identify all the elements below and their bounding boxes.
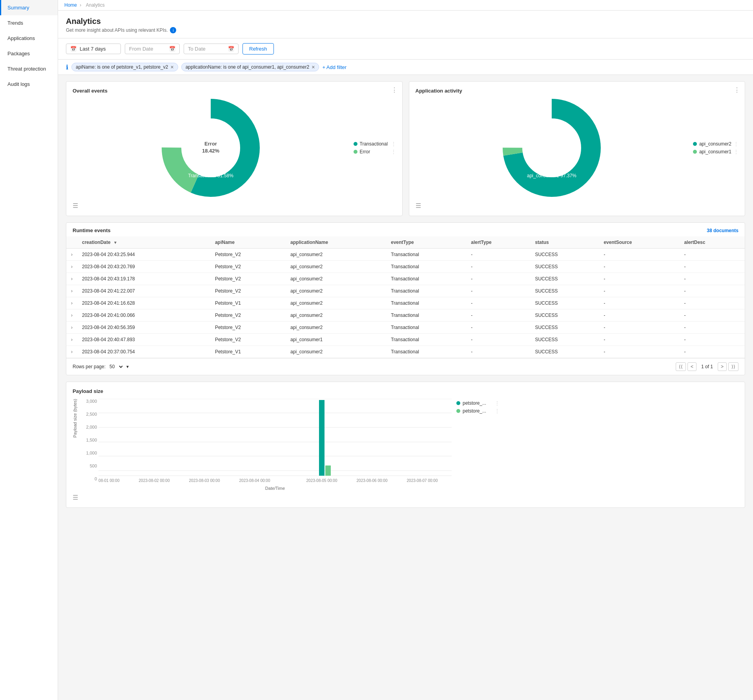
legend-dot-consumer1 [693, 150, 697, 154]
page-subtitle: Get more insight about APIs using releva… [66, 27, 745, 33]
overall-events-title: Overall events [73, 88, 396, 94]
row-expander[interactable]: › [66, 334, 77, 346]
legend-dot-error [354, 150, 357, 154]
to-calendar-icon[interactable]: 📅 [228, 46, 234, 52]
payload-legend-dot-2 [456, 409, 460, 413]
row-expander[interactable]: › [66, 273, 77, 285]
legend-menu-consumer2[interactable]: ⋮ [734, 141, 738, 147]
cell-event-source: - [599, 273, 679, 285]
overall-events-card: Overall events ⋮ [66, 81, 403, 216]
cell-event-source: - [599, 261, 679, 273]
chart-menu-bottom-payload[interactable]: ☰ [73, 494, 78, 501]
col-event-source[interactable]: eventSource [599, 236, 679, 249]
row-expander[interactable]: › [66, 346, 77, 358]
cell-alert-type: - [466, 297, 530, 309]
cell-event-type: Transactional [386, 249, 466, 261]
table-row[interactable]: › 2023-08-04 20:43:19.178 Petstore_V2 ap… [66, 273, 745, 285]
first-page-btn[interactable]: ⟨⟨ [676, 362, 686, 371]
info-icon[interactable]: i [170, 27, 176, 33]
sidebar-item-summary[interactable]: Summary [0, 0, 58, 15]
cell-status: SUCCESS [530, 334, 599, 346]
overall-events-menu[interactable]: ⋮ [391, 86, 397, 94]
col-status[interactable]: status [530, 236, 599, 249]
legend-menu-error[interactable]: ⋮ [391, 149, 396, 155]
from-calendar-icon[interactable]: 📅 [169, 46, 175, 52]
table-row[interactable]: › 2023-08-04 20:43:20.769 Petstore_V2 ap… [66, 261, 745, 273]
col-alert-type[interactable]: alertType [466, 236, 530, 249]
row-expander[interactable]: › [66, 297, 77, 309]
row-expander[interactable]: › [66, 322, 77, 334]
sidebar-item-audit-logs[interactable]: Audit logs [0, 76, 58, 92]
table-row[interactable]: › 2023-08-04 20:43:25.944 Petstore_V2 ap… [66, 249, 745, 261]
table-row[interactable]: › 2023-08-04 20:41:00.066 Petstore_V2 ap… [66, 309, 745, 322]
col-creation-date[interactable]: creationDate ▼ [77, 236, 210, 249]
payload-legend-menu-2[interactable]: ⋮ [495, 408, 500, 414]
overall-events-footer: ☰ [73, 202, 396, 209]
sidebar-item-trends[interactable]: Trends [0, 15, 58, 31]
rows-dropdown-icon: ▾ [126, 364, 129, 369]
chart-menu-bottom-overall[interactable]: ☰ [73, 202, 78, 209]
legend-error: Error ⋮ [354, 149, 396, 155]
col-application-name[interactable]: applicationName [286, 236, 386, 249]
legend-consumer1: api_consumer1 ⋮ [693, 149, 738, 155]
legend-menu-transactional[interactable]: ⋮ [391, 141, 396, 147]
filter-tag-app-label: applicationName: is one of api_consumer1… [186, 64, 310, 70]
cell-event-source: - [599, 346, 679, 358]
date-range-input[interactable]: 📅 Last 7 days [66, 44, 121, 54]
svg-text:2023-08-01 00:00: 2023-08-01 00:00 [98, 478, 120, 483]
payload-legend-item-1: petstore_... ⋮ [456, 400, 500, 406]
cell-application-name: api_consumer2 [286, 249, 386, 261]
last-page-btn[interactable]: ⟩⟩ [728, 362, 738, 371]
refresh-button[interactable]: Refresh [242, 43, 274, 55]
to-date-input[interactable]: To Date 📅 [184, 44, 239, 54]
from-date-input[interactable]: From Date 📅 [125, 44, 180, 54]
table-row[interactable]: › 2023-08-04 20:41:22.007 Petstore_V2 ap… [66, 285, 745, 297]
legend-dot-consumer2 [693, 142, 697, 146]
table-row[interactable]: › 2023-08-04 20:40:47.893 Petstore_V2 ap… [66, 334, 745, 346]
application-activity-menu[interactable]: ⋮ [734, 86, 740, 94]
main-content: Home › Analytics Analytics Get more insi… [58, 0, 753, 700]
table-row[interactable]: › 2023-08-04 20:41:16.628 Petstore_V1 ap… [66, 297, 745, 309]
sidebar-item-applications[interactable]: Applications [0, 31, 58, 46]
payload-chart-container: Payload size (bytes) 3,000 2,500 2,000 1… [73, 399, 738, 491]
application-activity-inner: api_consumer2 97.37% api_consumer2 ⋮ [416, 97, 739, 199]
table-row[interactable]: › 2023-08-04 20:37:00.754 Petstore_V1 ap… [66, 346, 745, 358]
rows-per-page: Rows per page: 50 25 100 ▾ [73, 364, 129, 370]
row-expander[interactable]: › [66, 249, 77, 261]
table-row[interactable]: › 2023-08-04 20:40:56.359 Petstore_V2 ap… [66, 322, 745, 334]
cell-application-name: api_consumer2 [286, 297, 386, 309]
row-expander[interactable]: › [66, 285, 77, 297]
col-api-name[interactable]: apiName [210, 236, 286, 249]
filter-bar: 📅 Last 7 days From Date 📅 To Date 📅 Refr… [58, 38, 753, 60]
breadcrumb-home[interactable]: Home [64, 2, 77, 8]
cell-application-name: api_consumer1 [286, 334, 386, 346]
next-page-btn[interactable]: > [718, 362, 727, 371]
breadcrumb-separator: › [80, 2, 82, 8]
svg-text:2023-08-07 00:00: 2023-08-07 00:00 [407, 478, 438, 483]
cell-application-name: api_consumer2 [286, 322, 386, 334]
row-expander[interactable]: › [66, 261, 77, 273]
application-activity-legend: api_consumer2 ⋮ api_consumer1 ⋮ [688, 141, 738, 155]
legend-menu-consumer1[interactable]: ⋮ [734, 149, 738, 155]
sidebar-item-threat-protection[interactable]: Threat protection [0, 61, 58, 76]
page-title: Analytics [66, 17, 745, 26]
chart-menu-bottom-app[interactable]: ☰ [416, 202, 421, 209]
svg-text:2023-08-02 00:00: 2023-08-02 00:00 [139, 478, 170, 483]
row-expander[interactable]: › [66, 309, 77, 322]
filter-tag-app-remove[interactable]: × [312, 64, 315, 70]
cell-api-name: Petstore_V2 [210, 261, 286, 273]
sidebar-item-packages[interactable]: Packages [0, 46, 58, 61]
cell-creation-date: 2023-08-04 20:43:19.178 [77, 273, 210, 285]
svg-text:2023-08-03 00:00: 2023-08-03 00:00 [189, 478, 220, 483]
payload-legend-menu-1[interactable]: ⋮ [495, 400, 500, 406]
add-filter-button[interactable]: + Add filter [322, 64, 346, 70]
prev-page-btn[interactable]: < [687, 362, 696, 371]
filter-tag-api-remove[interactable]: × [170, 64, 173, 70]
cell-status: SUCCESS [530, 309, 599, 322]
rows-per-page-select[interactable]: 50 25 100 [108, 364, 124, 370]
cell-application-name: api_consumer2 [286, 346, 386, 358]
payload-legend-item-2: petstore_... ⋮ [456, 408, 500, 414]
page-info: 1 of 1 [698, 364, 716, 369]
col-event-type[interactable]: eventType [386, 236, 466, 249]
col-alert-desc[interactable]: alertDesc [679, 236, 745, 249]
